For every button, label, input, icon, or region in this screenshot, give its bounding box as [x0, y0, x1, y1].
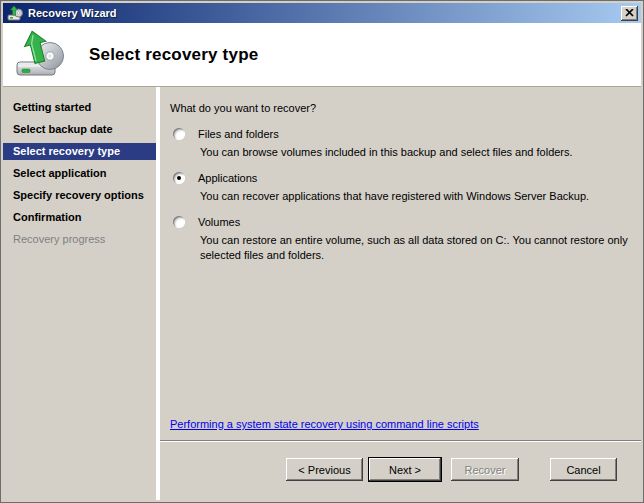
radio-description: You can restore an entire volume, such a…	[200, 233, 629, 263]
window-title: Recovery Wizard	[28, 7, 117, 19]
content-main: What do you want to recover? Files and f…	[160, 87, 641, 440]
radio-volumes[interactable]: Volumes	[170, 212, 629, 232]
titlebar[interactable]: Recovery Wizard	[3, 3, 641, 23]
radio-button-icon[interactable]	[173, 172, 185, 184]
button-row: < Previous Next > Recover Cancel	[160, 442, 641, 500]
radio-label: Applications	[198, 172, 257, 184]
step-confirmation: Confirmation	[3, 209, 156, 226]
step-select-application: Select application	[3, 165, 156, 182]
page-title: Select recovery type	[89, 45, 258, 65]
system-state-recovery-help-link[interactable]: Performing a system state recovery using…	[170, 417, 479, 431]
flex-spacer	[170, 271, 629, 417]
backup-recovery-icon	[7, 5, 23, 21]
radio-applications[interactable]: Applications	[170, 168, 629, 188]
radio-files-and-folders[interactable]: Files and folders	[170, 124, 629, 144]
radio-description: You can recover applications that have r…	[200, 189, 629, 204]
step-select-recovery-type: Select recovery type	[3, 143, 156, 160]
radio-description: You can browse volumes included in this …	[200, 145, 629, 160]
previous-button[interactable]: < Previous	[286, 458, 363, 481]
content-panel: What do you want to recover? Files and f…	[160, 87, 641, 500]
steps-sidebar: Getting started Select backup date Selec…	[3, 87, 156, 500]
next-button[interactable]: Next >	[369, 458, 441, 481]
radio-button-icon[interactable]	[173, 216, 185, 228]
wizard-header: Select recovery type	[3, 23, 641, 87]
step-select-backup-date: Select backup date	[3, 121, 156, 138]
step-recovery-progress: Recovery progress	[3, 231, 156, 248]
step-specify-recovery-options: Specify recovery options	[3, 187, 156, 204]
backup-recovery-icon	[15, 29, 67, 81]
recover-button[interactable]: Recover	[451, 458, 519, 481]
recovery-wizard-window: Recovery Wizard	[0, 0, 644, 503]
radio-label: Files and folders	[198, 128, 279, 140]
radio-label: Volumes	[198, 216, 240, 228]
cancel-button[interactable]: Cancel	[550, 458, 617, 481]
close-icon[interactable]	[621, 6, 638, 21]
radio-button-icon[interactable]	[173, 128, 185, 140]
wizard-body: Getting started Select backup date Selec…	[3, 87, 641, 500]
step-getting-started: Getting started	[3, 99, 156, 116]
question-label: What do you want to recover?	[170, 101, 629, 115]
